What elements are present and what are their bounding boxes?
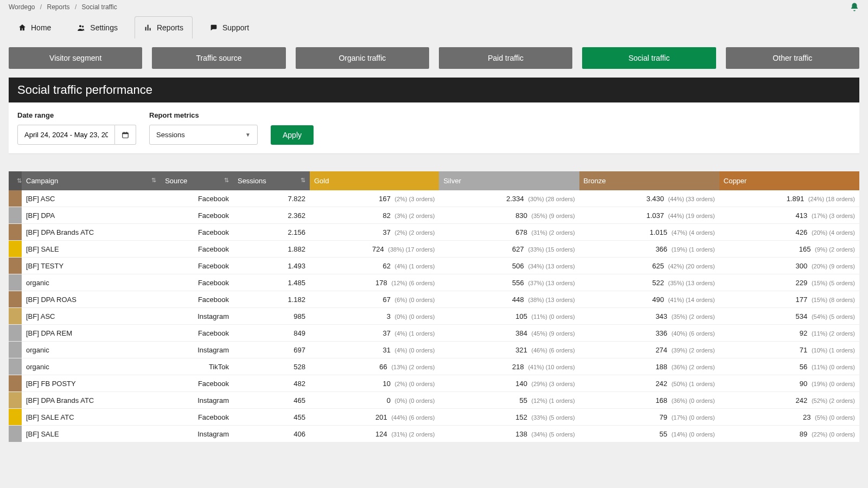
nav-reports[interactable]: Reports bbox=[135, 16, 193, 38]
crumb-current: Social traffic bbox=[82, 3, 117, 11]
cell-sessions: 406 bbox=[233, 426, 310, 442]
cell-sessions: 697 bbox=[233, 342, 310, 358]
cell-silver: 506 (34%) (13 orders) bbox=[439, 258, 579, 274]
table-row[interactable]: organicTikTok52866 (13%) (2 orders)218 (… bbox=[9, 358, 859, 375]
cell-bronze: 55 (14%) (0 orders) bbox=[579, 426, 719, 442]
row-swatch bbox=[9, 190, 22, 207]
swatch-icon bbox=[9, 291, 22, 307]
crumb-reports[interactable]: Reports bbox=[47, 3, 70, 11]
swatch-icon bbox=[9, 224, 22, 240]
table-row[interactable]: [BF] DPA REMFacebook84937 (4%) (1 orders… bbox=[9, 325, 859, 342]
cell-source: Facebook bbox=[161, 274, 233, 291]
cell-campaign: [BF] SALE bbox=[22, 241, 161, 258]
crumb-sep: / bbox=[40, 3, 42, 11]
cell-campaign: [BF] SALE ATC bbox=[22, 409, 161, 426]
cell-source: Facebook bbox=[161, 207, 233, 224]
metric-value: Sessions bbox=[156, 131, 185, 139]
filter-bar: Date range Report metrics Sessions ▼ App… bbox=[9, 102, 859, 154]
table-row[interactable]: [BF] SALE ATCFacebook455201 (44%) (6 ord… bbox=[9, 409, 859, 426]
segment-bar: Visitor segment Traffic source Organic t… bbox=[9, 47, 859, 69]
cell-bronze: 3.430 (44%) (33 orders) bbox=[579, 190, 719, 207]
table-row[interactable]: [BF] DPAFacebook2.36282 (3%) (2 orders)8… bbox=[9, 207, 859, 224]
cell-sessions: 528 bbox=[233, 358, 310, 375]
col-gold: Gold bbox=[310, 171, 439, 190]
sort-icon: ⇅ bbox=[301, 177, 305, 184]
table-row[interactable]: organicFacebook1.485178 (12%) (6 orders)… bbox=[9, 274, 859, 291]
bell-icon[interactable] bbox=[850, 2, 859, 12]
table-row[interactable]: [BF] DPA ROASFacebook1.18267 (6%) (0 ord… bbox=[9, 291, 859, 308]
metric-select[interactable]: Sessions ▼ bbox=[149, 125, 258, 145]
cell-gold: 66 (13%) (2 orders) bbox=[310, 358, 439, 375]
calendar-button[interactable] bbox=[115, 125, 136, 145]
col-color[interactable]: ⇅ bbox=[9, 171, 22, 190]
table-row[interactable]: organicInstagram69731 (4%) (0 orders)321… bbox=[9, 342, 859, 358]
cell-gold: 3 (0%) (0 orders) bbox=[310, 308, 439, 325]
cell-silver: 556 (37%) (13 orders) bbox=[439, 274, 579, 291]
apply-button[interactable]: Apply bbox=[271, 125, 314, 145]
cell-silver: 448 (38%) (13 orders) bbox=[439, 291, 579, 308]
seg-social[interactable]: Social traffic bbox=[582, 47, 716, 69]
nav-home[interactable]: Home bbox=[9, 16, 60, 38]
swatch-icon bbox=[9, 426, 22, 442]
sort-icon: ⇅ bbox=[224, 177, 229, 184]
cell-sessions: 455 bbox=[233, 409, 310, 426]
cell-copper: 229 (15%) (5 orders) bbox=[719, 274, 859, 291]
table-row[interactable]: [BF] DPA Brands ATCInstagram4650 (0%) (0… bbox=[9, 392, 859, 409]
seg-visitor[interactable]: Visitor segment bbox=[9, 47, 142, 69]
users-icon bbox=[77, 23, 86, 32]
cell-copper: 1.891 (24%) (18 orders) bbox=[719, 190, 859, 207]
metric-label: Report metrics bbox=[149, 111, 258, 119]
cell-gold: 201 (44%) (6 orders) bbox=[310, 409, 439, 426]
cell-bronze: 336 (40%) (6 orders) bbox=[579, 325, 719, 342]
cell-bronze: 343 (35%) (2 orders) bbox=[579, 308, 719, 325]
cell-copper: 92 (11%) (2 orders) bbox=[719, 325, 859, 342]
seg-paid[interactable]: Paid traffic bbox=[439, 47, 572, 69]
seg-traffic-source[interactable]: Traffic source bbox=[152, 47, 285, 69]
nav-settings[interactable]: Settings bbox=[68, 16, 127, 38]
cell-silver: 830 (35%) (9 orders) bbox=[439, 207, 579, 224]
nav-support[interactable]: Support bbox=[200, 16, 258, 38]
cell-gold: 62 (4%) (1 orders) bbox=[310, 258, 439, 274]
cell-source: TikTok bbox=[161, 358, 233, 375]
cell-copper: 23 (5%) (0 orders) bbox=[719, 409, 859, 426]
home-icon bbox=[18, 23, 27, 32]
cell-bronze: 188 (36%) (2 orders) bbox=[579, 358, 719, 375]
cell-source: Facebook bbox=[161, 325, 233, 342]
col-source-label: Source bbox=[165, 177, 187, 185]
cell-sessions: 482 bbox=[233, 375, 310, 392]
cell-bronze: 1.015 (47%) (4 orders) bbox=[579, 224, 719, 241]
cell-silver: 384 (45%) (9 orders) bbox=[439, 325, 579, 342]
row-swatch bbox=[9, 392, 22, 409]
swatch-icon bbox=[9, 342, 22, 358]
row-swatch bbox=[9, 274, 22, 291]
table-row[interactable]: [BF] TESTYFacebook1.49362 (4%) (1 orders… bbox=[9, 258, 859, 274]
table-row[interactable]: [BF] SALEFacebook1.882724 (38%) (17 orde… bbox=[9, 241, 859, 258]
svg-rect-2 bbox=[145, 27, 146, 31]
table-row[interactable]: [BF] DPA Brands ATCFacebook2.15637 (2%) … bbox=[9, 224, 859, 241]
cell-sessions: 1.493 bbox=[233, 258, 310, 274]
cell-silver: 138 (34%) (5 orders) bbox=[439, 426, 579, 442]
crumb-wordego[interactable]: Wordego bbox=[9, 3, 35, 11]
row-swatch bbox=[9, 325, 22, 342]
cell-campaign: organic bbox=[22, 274, 161, 291]
cell-campaign: organic bbox=[22, 342, 161, 358]
col-sessions[interactable]: Sessions⇅ bbox=[233, 171, 310, 190]
cell-gold: 37 (2%) (2 orders) bbox=[310, 224, 439, 241]
table-row[interactable]: [BF] ASCFacebook7.822167 (2%) (3 orders)… bbox=[9, 190, 859, 207]
cell-silver: 152 (33%) (5 orders) bbox=[439, 409, 579, 426]
date-range-input[interactable] bbox=[17, 125, 115, 145]
nav-settings-label: Settings bbox=[90, 23, 118, 32]
seg-organic[interactable]: Organic traffic bbox=[296, 47, 429, 69]
cell-bronze: 1.037 (44%) (19 orders) bbox=[579, 207, 719, 224]
svg-point-1 bbox=[82, 25, 84, 27]
seg-other[interactable]: Other traffic bbox=[726, 47, 859, 69]
table-row[interactable]: [BF] SALEInstagram406124 (31%) (2 orders… bbox=[9, 426, 859, 442]
table-row[interactable]: [BF] ASCInstagram9853 (0%) (0 orders)105… bbox=[9, 308, 859, 325]
col-campaign[interactable]: Campaign⇅ bbox=[22, 171, 161, 190]
sort-icon: ⇅ bbox=[151, 177, 156, 184]
cell-sessions: 2.156 bbox=[233, 224, 310, 241]
cell-gold: 0 (0%) (0 orders) bbox=[310, 392, 439, 409]
table-row[interactable]: [BF] FB POSTYFacebook48210 (2%) (0 order… bbox=[9, 375, 859, 392]
col-source[interactable]: Source⇅ bbox=[161, 171, 233, 190]
cell-source: Facebook bbox=[161, 190, 233, 207]
